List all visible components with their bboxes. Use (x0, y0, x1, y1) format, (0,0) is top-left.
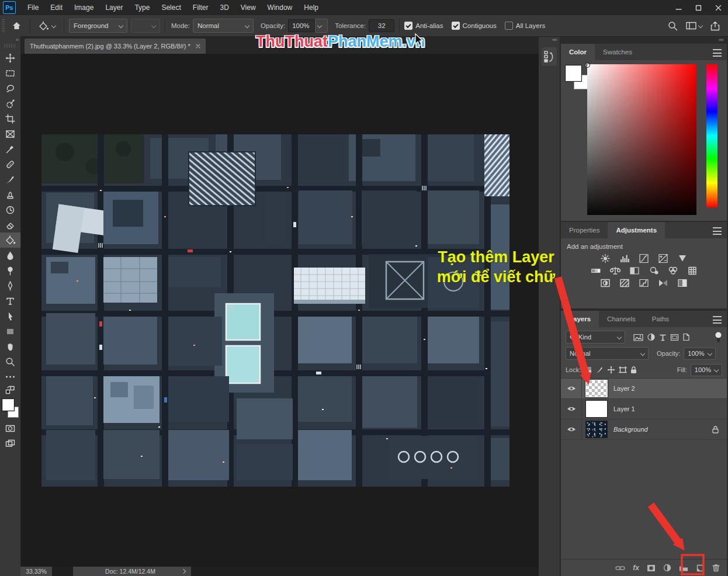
layers-panel-menu-icon[interactable] (713, 316, 722, 324)
threshold-icon[interactable] (637, 278, 651, 288)
menu-3d[interactable]: 3D (214, 0, 234, 15)
layer-thumbnail[interactable] (585, 421, 608, 438)
menu-window[interactable]: Window (262, 0, 299, 15)
menu-help[interactable]: Help (298, 0, 324, 15)
menu-file[interactable]: File (22, 0, 44, 15)
layer-row-background[interactable]: Background (561, 419, 727, 440)
tool-rectangle[interactable] (0, 324, 20, 339)
exposure-icon[interactable] (656, 254, 670, 263)
tab-swatches[interactable]: Swatches (595, 44, 640, 60)
hue-saturation-icon[interactable] (589, 266, 603, 276)
link-layers-icon[interactable] (615, 565, 625, 571)
close-button[interactable] (708, 0, 728, 15)
canvas-area[interactable] (20, 54, 539, 567)
quick-mask-button[interactable] (0, 421, 20, 436)
blend-mode-dropdown[interactable]: Normal (566, 347, 649, 360)
tool-spot-healing-brush[interactable] (0, 157, 20, 172)
anti-alias-checkbox[interactable]: Anti-alias (404, 22, 443, 30)
tab-channels[interactable]: Channels (599, 311, 644, 327)
color-balance-icon[interactable] (608, 266, 622, 276)
new-layer-icon[interactable] (696, 564, 705, 572)
tool-blur[interactable] (0, 248, 20, 263)
collapse-dock-icon[interactable]: «« (539, 36, 560, 43)
zoom-level-field[interactable]: 33.33% (20, 567, 52, 576)
tolerance-input[interactable]: 32 (369, 19, 394, 32)
invert-icon[interactable] (598, 278, 612, 288)
delete-layer-icon[interactable] (712, 564, 720, 572)
search-icon[interactable] (668, 21, 678, 31)
layer-thumbnail[interactable] (585, 380, 608, 397)
channel-mixer-icon[interactable] (666, 266, 680, 276)
foreground-color-swatch-panel[interactable] (566, 65, 581, 81)
tool-hand[interactable] (0, 339, 20, 354)
menu-layer[interactable]: Layer (99, 0, 129, 15)
menu-view[interactable]: View (235, 0, 262, 15)
pattern-picker[interactable] (131, 19, 160, 33)
visibility-toggle[interactable] (561, 419, 582, 439)
fill-field[interactable]: 100% (691, 364, 722, 376)
tool-eyedropper[interactable] (0, 141, 20, 157)
menu-type[interactable]: Type (129, 0, 155, 15)
tool-clone-stamp[interactable] (0, 187, 20, 202)
tool-move[interactable] (0, 50, 20, 65)
screen-mode-button[interactable] (0, 436, 20, 451)
lock-transparency-icon[interactable] (584, 366, 592, 374)
menu-select[interactable]: Select (155, 0, 186, 15)
tool-paint-bucket[interactable] (0, 233, 20, 248)
tool-brush[interactable] (0, 172, 20, 187)
layer-name[interactable]: Layer 2 (613, 385, 635, 392)
collapse-tools-icon[interactable]: » (0, 36, 20, 43)
gradient-map-icon[interactable] (656, 278, 670, 288)
menu-filter[interactable]: Filter (187, 0, 214, 15)
lock-position-icon[interactable] (607, 366, 615, 374)
tab-color[interactable]: Color (561, 44, 595, 60)
lock-pixels-icon[interactable] (595, 366, 604, 374)
tool-history-brush[interactable] (0, 202, 20, 217)
tab-adjustments[interactable]: Adjustments (608, 222, 665, 238)
minimize-button[interactable] (668, 0, 688, 15)
filter-smart-objects-icon[interactable] (682, 333, 690, 341)
tool-quick-selection[interactable] (0, 96, 20, 111)
maximize-button[interactable] (688, 0, 708, 15)
levels-icon[interactable] (618, 254, 632, 263)
all-layers-checkbox[interactable]: All Layers (505, 22, 546, 30)
color-lookup-icon[interactable] (685, 266, 699, 276)
layers-opacity-field[interactable]: 100% (684, 348, 715, 360)
tool-dodge[interactable] (0, 263, 20, 278)
tool-pen[interactable] (0, 278, 20, 293)
adjustment-layer-icon[interactable] (663, 564, 671, 572)
tool-zoom[interactable] (0, 354, 20, 369)
doc-info-field[interactable]: Doc: 12.4M/12.4M (73, 567, 191, 576)
history-panel-button[interactable] (542, 47, 557, 66)
tool-preset-button[interactable] (35, 21, 59, 30)
menu-edit[interactable]: Edit (44, 0, 68, 15)
layer-thumbnail[interactable] (585, 400, 608, 418)
workspace-switcher[interactable] (686, 22, 702, 30)
visibility-toggle[interactable] (561, 399, 582, 419)
filter-shape-layers-icon[interactable] (670, 334, 679, 341)
fill-source-dropdown[interactable]: Foreground (69, 19, 127, 33)
menu-image[interactable]: Image (68, 0, 99, 15)
hue-slider[interactable] (706, 64, 717, 207)
tool-path-selection[interactable] (0, 308, 20, 324)
visibility-toggle[interactable] (561, 379, 582, 398)
home-button[interactable] (8, 21, 25, 30)
curves-icon[interactable] (637, 254, 651, 263)
contiguous-checkbox[interactable]: Contiguous (452, 22, 497, 30)
opacity-input[interactable]: 100% (288, 19, 315, 32)
photo-filter-icon[interactable] (647, 266, 661, 276)
document-image-aerial-city[interactable] (41, 134, 509, 487)
opacity-dropdown[interactable] (315, 19, 328, 33)
foreground-background-colors[interactable] (0, 396, 20, 421)
tool-rectangular-marquee[interactable] (0, 65, 20, 81)
document-tab[interactable]: Thuthuatphanmem (2).jpg @ 33.3% (Layer 2… (25, 39, 206, 54)
layer-style-icon[interactable]: fx (633, 564, 639, 572)
tab-layers[interactable]: Layers (561, 311, 599, 327)
color-panel-menu-icon[interactable] (713, 49, 722, 57)
selective-color-icon[interactable] (675, 278, 689, 288)
lock-artboard-icon[interactable] (619, 366, 627, 374)
tool-eraser[interactable] (0, 217, 20, 233)
share-icon[interactable] (710, 21, 720, 31)
status-chevron-icon[interactable] (181, 569, 186, 574)
saturation-brightness-field[interactable] (587, 64, 696, 215)
